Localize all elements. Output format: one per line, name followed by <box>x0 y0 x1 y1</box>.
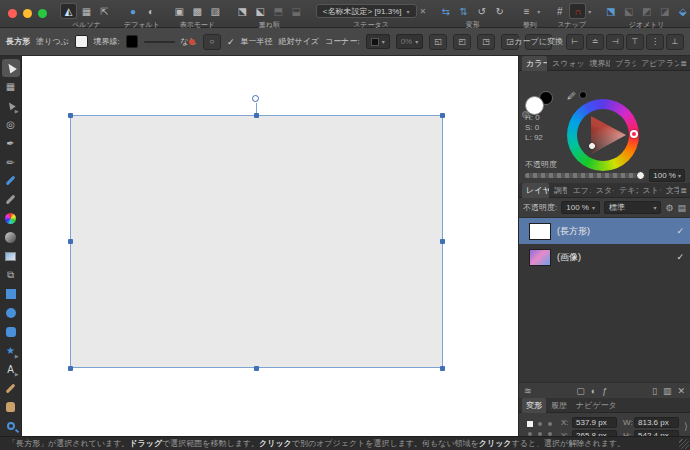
tab-transform[interactable]: 変形 <box>522 398 546 413</box>
boolean-add-icon[interactable]: ⬔ <box>603 4 618 18</box>
fill-color-swatch[interactable] <box>75 35 88 48</box>
add-layer-icon[interactable]: ▯ <box>652 386 657 396</box>
rotate-ccw-icon[interactable]: ↺ <box>474 4 489 18</box>
rotation-handle[interactable] <box>252 95 259 102</box>
tab-color[interactable]: カラー <box>522 56 547 71</box>
transparency-tool[interactable] <box>2 229 20 247</box>
selection-handle-top-left[interactable] <box>68 113 73 118</box>
ellipse-tool[interactable] <box>2 304 20 322</box>
retina-view-icon[interactable]: ▨ <box>208 4 223 18</box>
align-options-icon[interactable]: ≡ <box>519 4 534 18</box>
paint-brush-tool[interactable] <box>2 191 20 209</box>
view-hand-tool[interactable] <box>2 398 20 416</box>
color-wheel[interactable] <box>567 99 639 171</box>
tab-navigator[interactable]: ナビゲータ <box>572 398 621 413</box>
text-tool[interactable]: A▶ <box>2 361 20 379</box>
tab-history[interactable]: 履歴 <box>547 398 571 413</box>
rotate-cw-icon[interactable]: ↻ <box>492 4 507 18</box>
pixel-persona-icon[interactable]: ▦ <box>79 4 94 18</box>
selection-handle-bottom-left[interactable] <box>68 366 73 371</box>
add-group-icon[interactable]: ▥ <box>663 386 672 396</box>
selection-handle-top-center[interactable] <box>254 113 259 118</box>
selection-handle-mid-right[interactable] <box>440 239 445 244</box>
align-right-icon[interactable]: ⊣ <box>606 34 624 50</box>
corner-tool-1-button[interactable]: ◱ <box>429 34 447 50</box>
star-tool[interactable]: ★▶ <box>2 342 20 360</box>
pencil-tool[interactable]: ✏ <box>2 153 20 171</box>
pixel-view-icon[interactable]: ▩ <box>190 4 205 18</box>
tab-layers[interactable]: レイヤー <box>522 183 549 198</box>
selected-rectangle-object[interactable] <box>70 115 443 368</box>
opacity-slider[interactable] <box>525 173 645 178</box>
layer-visibility-check-icon[interactable]: ✓ <box>676 252 684 262</box>
link-dimensions-icon[interactable]: ⟩ <box>684 421 688 432</box>
blend-range-icon[interactable]: ▤ <box>677 203 686 213</box>
selection-handle-top-right[interactable] <box>440 113 445 118</box>
place-image-tool[interactable] <box>2 247 20 265</box>
mask-layer-icon[interactable]: ▢ <box>576 386 585 396</box>
panel-menu-icon[interactable]: ≣ <box>680 186 687 195</box>
vector-view-icon[interactable]: ▣ <box>172 4 187 18</box>
close-document-icon[interactable]: ✕ <box>420 7 427 16</box>
artboard-tool[interactable]: ▦ <box>2 78 20 96</box>
move-backward-icon[interactable]: ⬕ <box>253 4 268 18</box>
flip-horizontal-icon[interactable]: ⇆ <box>438 4 453 18</box>
vector-crop-tool[interactable]: ⧉ <box>2 266 20 284</box>
stroke-properties-button[interactable]: ○ <box>203 34 221 50</box>
shade-marker[interactable] <box>589 143 595 149</box>
zoom-window-button[interactable] <box>38 9 47 18</box>
move-tool[interactable] <box>2 59 20 77</box>
corner-type-dropdown[interactable]: ▾ <box>366 34 390 49</box>
stroke-color-swatch[interactable] <box>126 35 138 48</box>
layer-row-image[interactable]: (画像) ✓ <box>519 244 690 270</box>
tab-effects[interactable]: エフェ <box>568 183 590 198</box>
color-picker-tool[interactable] <box>2 379 20 397</box>
tab-styles[interactable]: スタイ <box>592 183 614 198</box>
tab-appearance[interactable]: アピアランス <box>637 56 679 71</box>
absolute-size-checkbox[interactable]: 絶対サイズ <box>278 36 319 47</box>
synchronize-defaults-icon[interactable]: ● <box>125 4 140 18</box>
align-middle-v-icon[interactable]: ⋮ <box>646 34 664 50</box>
flip-vertical-icon[interactable]: ⇅ <box>456 4 471 18</box>
pen-tool[interactable]: ✒ <box>2 134 20 152</box>
layer-row-rectangle[interactable]: (長方形) ✓ <box>519 218 690 244</box>
blend-options-gear-icon[interactable]: ⚙ <box>665 203 673 213</box>
corner-tool-3-button[interactable]: ◳ <box>477 34 495 50</box>
panel-menu-icon[interactable]: ≣ <box>680 59 687 68</box>
export-persona-icon[interactable]: ⇱ <box>97 4 112 18</box>
blend-mode-dropdown[interactable]: 標準▾ <box>604 201 661 214</box>
delete-layer-icon[interactable]: ✕ <box>677 386 685 396</box>
snapping-magnet-icon[interactable]: ∩ <box>570 4 585 18</box>
minimize-window-button[interactable] <box>23 9 32 18</box>
opacity-value-dropdown[interactable]: 100 %▾ <box>649 169 685 182</box>
tab-adjustments[interactable]: 調整 <box>550 183 567 198</box>
single-radius-checkbox[interactable]: 単一半径 <box>240 36 272 47</box>
tab-text-styles[interactable]: テキス <box>615 183 637 198</box>
adjustment-layer-icon[interactable]: ◐ <box>591 386 596 396</box>
align-bottom-icon[interactable]: ⊥ <box>666 34 684 50</box>
edit-all-layers-icon[interactable]: ≋ <box>524 386 532 396</box>
boolean-combine-icon[interactable]: ⬙ <box>675 4 690 18</box>
document-title-dropdown[interactable]: <名称未設定> [91.3%] ▾ <box>316 4 417 18</box>
selection-handle-bottom-center[interactable] <box>254 366 259 371</box>
rounded-rectangle-tool[interactable] <box>2 323 20 341</box>
tab-stroke[interactable]: 境界線 <box>585 56 610 71</box>
node-tool[interactable]: ▶ <box>2 97 20 115</box>
picked-color-swatch[interactable] <box>579 91 587 99</box>
zoom-tool[interactable] <box>2 417 20 435</box>
opacity-knob[interactable] <box>636 171 645 180</box>
eyedropper-icon[interactable]: 🖉 <box>567 91 576 101</box>
convert-to-curves-button[interactable]: カーブに変換 <box>525 34 552 50</box>
corner-tool-2-button[interactable]: ◰ <box>453 34 471 50</box>
tab-brushes[interactable]: ブラシ <box>611 56 636 71</box>
fill-gradient-tool[interactable] <box>2 210 20 228</box>
tab-character[interactable]: 文字 <box>662 183 679 198</box>
hue-marker[interactable] <box>630 130 638 138</box>
x-field[interactable]: 537.9 px <box>572 417 617 428</box>
slider-handle[interactable] <box>189 39 195 45</box>
align-top-icon[interactable]: ⊤ <box>626 34 644 50</box>
align-center-h-icon[interactable]: ≐ <box>586 34 604 50</box>
width-field[interactable]: 813.6 px <box>634 417 679 428</box>
tab-swatches[interactable]: スウォッチ <box>548 56 584 71</box>
selection-handle-bottom-right[interactable] <box>440 366 445 371</box>
